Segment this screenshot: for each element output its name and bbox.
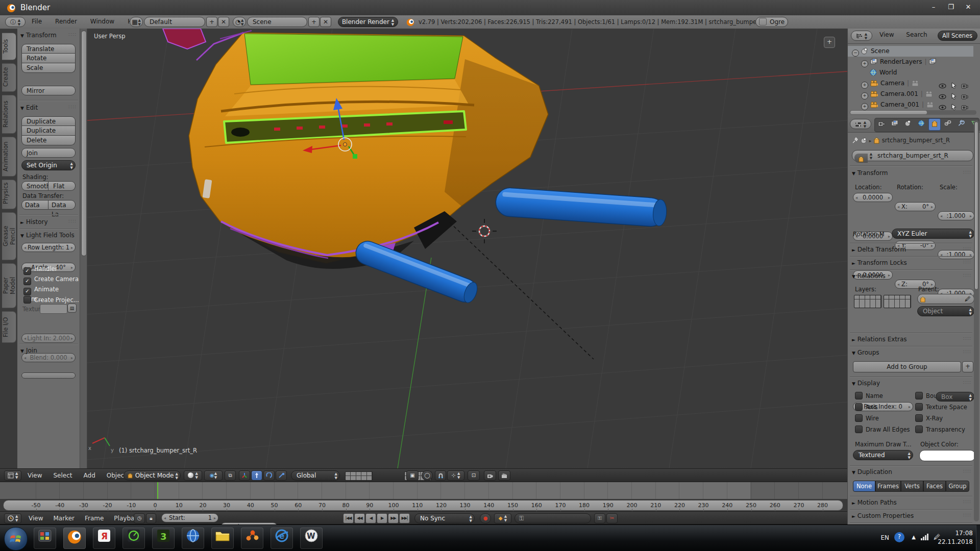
expand-icon[interactable]: + (861, 92, 868, 99)
scene-field[interactable]: Scene (247, 17, 307, 27)
tool-tab-animation[interactable]: Animation (2, 137, 16, 177)
properties-tab-render-icon[interactable] (875, 118, 888, 131)
start-button[interactable] (4, 527, 28, 550)
blend-field[interactable]: ◂Blend: 0.000▸ (21, 353, 76, 362)
pivot-align-icon[interactable]: ⧉ (225, 470, 236, 481)
exhaust-pipe-lower[interactable] (353, 238, 480, 306)
insert-keyframe-icon[interactable]: ⚿ (594, 513, 605, 523)
shade-smooth-button[interactable]: Smooth (21, 181, 48, 191)
molecule-app-icon[interactable] (241, 528, 263, 549)
section-light-field-tools[interactable]: ▼Light Field Tools (20, 232, 80, 239)
screen-layout-field[interactable]: Default (144, 17, 205, 27)
lock-frame-icon[interactable]: 🔒︎ (146, 513, 156, 523)
data-layout-button[interactable]: Data La (48, 200, 76, 210)
editor-type-3dview-button[interactable]: ▲▼ (4, 470, 21, 481)
section-edit[interactable]: ▼Edit:::: (20, 104, 78, 111)
jump-to-end-button[interactable]: ▶▶| (399, 513, 410, 523)
eyedropper-icon[interactable]: 🖉︎ (965, 294, 971, 304)
timeline-menu-view[interactable]: View (27, 512, 45, 525)
timeline-ruler[interactable]: -50-40-30-20-100102030405060708090100110… (0, 499, 847, 511)
visibility-eye-icon[interactable] (939, 83, 946, 89)
tool-tab-physics[interactable]: Physics (2, 180, 16, 209)
view3d-menu-select[interactable]: Select (51, 469, 74, 482)
tool-shelf-scrollbar[interactable] (80, 29, 87, 468)
lock-to-scene-icon[interactable]: ▣ (406, 470, 419, 481)
spoiler-part[interactable] (163, 29, 206, 49)
show-desktop-button[interactable] (976, 525, 980, 551)
exhaust-pipe-right[interactable] (495, 187, 667, 227)
maximize-button[interactable]: ❐ (943, 3, 959, 12)
section-history[interactable]: ►History:::: (20, 218, 78, 226)
renderability-camera-icon[interactable] (961, 104, 968, 110)
properties-tab-modifiers-icon[interactable] (955, 118, 967, 131)
language-indicator[interactable]: EN (880, 534, 889, 541)
outliner-item-camera-001[interactable]: +Camera.001| (848, 89, 973, 99)
snap-target-icon[interactable]: ⊡ (468, 470, 480, 481)
texture-browse-icon[interactable]: ▤ (67, 304, 77, 313)
data-button[interactable]: Data (21, 200, 48, 210)
prev-keyframe-button[interactable]: ◀◀ (354, 513, 365, 523)
selectability-cursor-icon[interactable] (951, 93, 957, 99)
snap-magnet-icon[interactable] (435, 470, 446, 481)
menu-file[interactable]: File (30, 15, 44, 28)
pin-icon[interactable] (852, 137, 859, 144)
outliner-item-scene[interactable]: −Scene (848, 46, 973, 57)
properties-scrollbar[interactable] (974, 120, 979, 521)
rotation-field-x[interactable]: ◂X:0°▸ (895, 202, 936, 211)
object-layers-grid-1[interactable] (854, 295, 881, 308)
keying-set-select[interactable]: ◆ ▲▼ (494, 513, 511, 523)
car-model[interactable] (163, 29, 548, 269)
add-group-plus-button[interactable]: + (962, 361, 973, 372)
tool-tab-paper-model[interactable]: Paper Model (2, 263, 16, 308)
properties-tab-object-icon[interactable] (928, 118, 941, 131)
pivot-point-select[interactable]: ◉▲▼ (204, 470, 223, 481)
object-name-field[interactable]: ▲▼ srtcharg_bumper_srt_R (852, 150, 973, 161)
proportional-edit-icon[interactable]: ◯ (422, 470, 433, 481)
object-layers-grid-2[interactable] (884, 295, 911, 308)
expand-icon[interactable]: + (861, 60, 868, 67)
yandex-browser-icon[interactable]: Я (93, 528, 115, 549)
section-groups[interactable]: ▼ Groups:::: (852, 349, 972, 356)
rotation-mode-select[interactable]: XYZ Euler▲▼ (892, 229, 974, 239)
outliner-menu-search[interactable]: Search (904, 29, 929, 41)
properties-tab-render-layers-icon[interactable] (889, 118, 901, 131)
display-check-texture-space[interactable]: Texture Space (915, 403, 967, 411)
tool-tab-grease-pencil[interactable]: Grease Pencil (2, 212, 16, 260)
editor-type-properties-button[interactable]: ▲▼ (850, 119, 871, 129)
hidden-icons-chevron[interactable]: ▲ (912, 534, 916, 540)
checkbox-create-projec-[interactable]: Create Projec... (23, 296, 79, 304)
light-in-field[interactable]: ◂Light In: 2.000▸ (21, 334, 76, 343)
set-origin-select[interactable]: Set Origin▲▼ (21, 160, 76, 170)
add-layout-button[interactable]: + (206, 17, 217, 27)
duplicate-linked-button[interactable]: Duplicate Linked (21, 126, 76, 136)
checkbox-animate-cam-[interactable]: ✓Animate Cam... (23, 286, 80, 293)
outliner-item-camera-001[interactable]: +Camera_001| (848, 99, 973, 110)
collapse-icon[interactable]: − (852, 49, 859, 57)
launcher-icon[interactable] (34, 528, 56, 549)
section-motion-paths[interactable]: ► Motion Paths:::: (852, 499, 972, 506)
section-transform-locks[interactable]: ► Transform Locks:::: (852, 259, 972, 266)
view3d-menu-add[interactable]: Add (82, 469, 97, 482)
time-indicator-icon[interactable]: ◷ (134, 513, 145, 523)
checkbox-handler[interactable]: ✓Handler (23, 265, 57, 273)
display-check-x-ray[interactable]: X-Ray (915, 414, 943, 422)
join-button[interactable]: Join (21, 148, 76, 158)
shade-flat-button[interactable]: Flat (48, 181, 76, 191)
expand-icon[interactable]: + (861, 103, 868, 110)
display-check-axis[interactable]: Axis (855, 403, 878, 411)
w-app-icon[interactable]: W (300, 528, 323, 549)
blender-icon[interactable] (63, 528, 86, 549)
next-keyframe-button[interactable]: ▶▶ (388, 513, 399, 523)
expand-icon[interactable]: + (861, 82, 868, 89)
play-reverse-button[interactable]: ◀ (365, 513, 376, 523)
outliner-item-renderlayers[interactable]: +RenderLayers| (848, 57, 973, 67)
render-engine-select[interactable]: Blender Render ▲▼ (338, 17, 398, 27)
manipulator-axes-icon[interactable] (239, 470, 250, 481)
internet-explorer-icon[interactable]: e (271, 528, 293, 549)
delete-layout-button[interactable]: ✕ (218, 17, 229, 27)
open-sidebar-plus-button[interactable]: + (824, 37, 835, 48)
play-button[interactable]: ▶ (377, 513, 387, 523)
timeline-canvas[interactable] (0, 482, 847, 499)
section-relations[interactable]: ▼ Relations:::: (852, 272, 972, 280)
add-to-group-button[interactable]: Add to Group (853, 361, 961, 372)
